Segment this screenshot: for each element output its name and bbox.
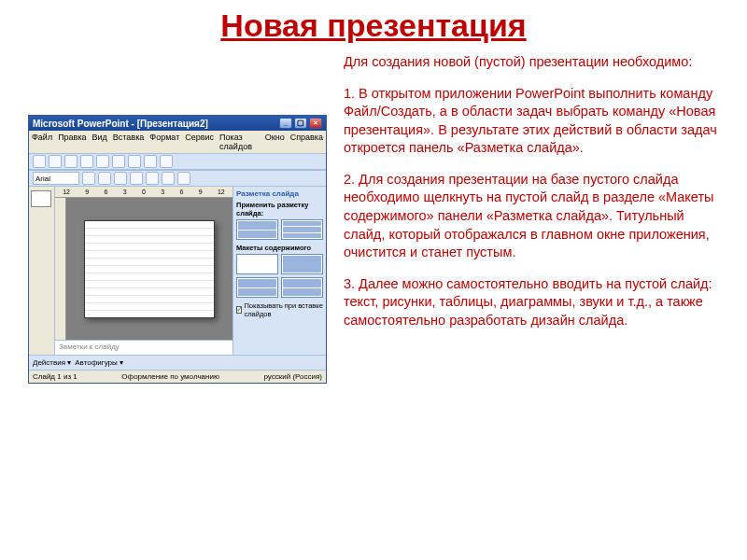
checkbox-icon [236, 306, 242, 314]
layout-option[interactable] [236, 277, 278, 298]
close-button[interactable]: × [309, 118, 322, 129]
layout-grid [236, 254, 323, 298]
toolbar-button[interactable] [98, 172, 111, 185]
layout-option[interactable] [236, 254, 278, 274]
autoshapes-menu[interactable]: Автофигуры ▾ [75, 358, 123, 367]
workspace: 12 9 6 3 0 3 6 9 12 [29, 187, 326, 355]
maximize-button[interactable]: ▢ [294, 118, 307, 129]
task-pane: Разметка слайда Применить разметку слайд… [233, 187, 326, 355]
content-columns: Microsoft PowerPoint - [Презентация2] _ … [0, 44, 747, 384]
menu-bar: Файл Правка Вид Вставка Формат Сервис По… [29, 131, 326, 153]
toolbar-button[interactable] [162, 172, 175, 185]
layout-option[interactable] [236, 219, 278, 240]
page-title: Новая презентация [0, 7, 747, 44]
ruler-mark: 12 [63, 189, 70, 195]
layout-grid [236, 219, 323, 240]
step-3: 3. Далее можно самостоятельно вводить на… [344, 275, 719, 330]
intro-line: Для создания новой (пустой) презентации … [344, 53, 719, 72]
ruler-mark: 12 [218, 189, 225, 195]
show-on-insert-checkbox[interactable]: Показывать при вставке слайдов [236, 301, 323, 318]
layout-option[interactable] [281, 219, 323, 240]
screenshot-column: Microsoft PowerPoint - [Презентация2] _ … [28, 53, 327, 384]
blank-slide[interactable] [84, 220, 215, 318]
actions-menu[interactable]: Действия ▾ [33, 358, 71, 367]
menu-item[interactable]: Файл [32, 133, 52, 151]
toolbar-button[interactable] [146, 172, 159, 185]
editing-area: 12 9 6 3 0 3 6 9 12 [55, 187, 233, 355]
ruler-mark: 9 [85, 189, 89, 195]
vertical-ruler [55, 198, 66, 340]
step-2: 2. Для создания презентации на базе пуст… [344, 171, 719, 262]
window-titlebar: Microsoft PowerPoint - [Презентация2] _ … [29, 116, 326, 131]
menu-item[interactable]: Вставка [113, 133, 144, 151]
menu-item[interactable]: Формат [149, 133, 179, 151]
instructions-text: Для создания новой (пустой) презентации … [344, 53, 719, 384]
toolbar-button[interactable] [128, 155, 141, 168]
formatting-toolbar: Arial [29, 170, 326, 187]
layout-option[interactable] [281, 277, 323, 298]
taskpane-apply-label: Применить разметку слайда: [236, 201, 323, 217]
menu-item[interactable]: Показ слайдов [219, 133, 260, 151]
ruler-mark: 9 [199, 189, 203, 195]
status-bar: Слайд 1 из 1 Оформление по умолчанию рус… [29, 370, 326, 383]
toolbar-button[interactable] [112, 155, 125, 168]
taskpane-title: Разметка слайда [236, 189, 323, 198]
powerpoint-window: Microsoft PowerPoint - [Презентация2] _ … [28, 115, 327, 384]
font-select[interactable]: Arial [33, 172, 79, 185]
standard-toolbar [29, 153, 326, 170]
status-slide-count: Слайд 1 из 1 [33, 372, 78, 381]
ruler-mark: 6 [105, 189, 108, 195]
toolbar-button[interactable] [33, 155, 46, 168]
toolbar-button[interactable] [114, 172, 127, 185]
minimize-button[interactable]: _ [279, 118, 292, 129]
menu-item[interactable]: Вид [92, 133, 107, 151]
ruler-mark: 3 [123, 189, 127, 195]
toolbar-button[interactable] [82, 172, 95, 185]
layout-option[interactable] [281, 254, 323, 274]
ruler-mark: 3 [161, 189, 164, 195]
slide-thumbnails [29, 187, 55, 355]
menu-item[interactable]: Окно [265, 133, 285, 151]
ruler-mark: 0 [142, 189, 146, 195]
horizontal-ruler: 12 9 6 3 0 3 6 9 12 [55, 187, 233, 198]
ruler-mark: 6 [179, 189, 183, 195]
status-language: русский (Россия) [263, 372, 322, 381]
toolbar-button[interactable] [96, 155, 109, 168]
window-title: Microsoft PowerPoint - [Презентация2] [33, 119, 208, 129]
toolbar-button[interactable] [160, 155, 173, 168]
toolbar-button[interactable] [144, 155, 157, 168]
notes-pane[interactable]: Заметки к слайду [55, 340, 233, 355]
toolbar-button[interactable] [130, 172, 143, 185]
toolbar-button[interactable] [64, 155, 78, 168]
step-1: 1. В открытом приложении PowerPoint выпо… [344, 85, 719, 158]
status-design: Оформление по умолчанию [121, 372, 219, 381]
checkbox-label: Показывать при вставке слайдов [244, 301, 323, 318]
slide-thumbnail[interactable] [31, 190, 51, 207]
taskpane-section: Макеты содержимого [236, 244, 323, 252]
slide-canvas[interactable] [66, 198, 233, 340]
drawing-toolbar: Действия ▾ Автофигуры ▾ [29, 355, 326, 370]
toolbar-button[interactable] [49, 155, 62, 168]
menu-item[interactable]: Правка [58, 133, 86, 151]
menu-item[interactable]: Сервис [185, 133, 214, 151]
toolbar-button[interactable] [177, 172, 190, 185]
menu-item[interactable]: Справка [290, 133, 323, 151]
toolbar-button[interactable] [80, 155, 93, 168]
